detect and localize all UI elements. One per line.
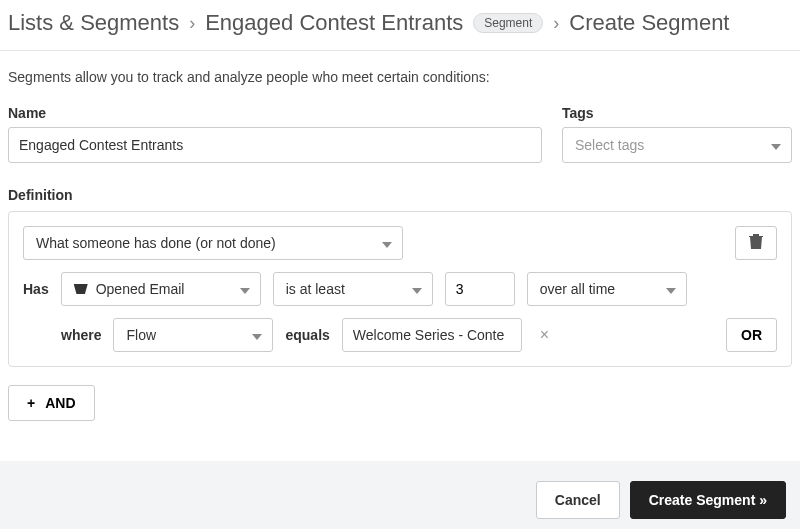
delete-condition-button[interactable] bbox=[735, 226, 777, 260]
footer-actions: Cancel Create Segment » bbox=[0, 461, 800, 529]
where-label: where bbox=[61, 327, 101, 343]
or-button[interactable]: OR bbox=[726, 318, 777, 352]
equals-label: equals bbox=[285, 327, 329, 343]
breadcrumb: Lists & Segments › Engaged Contest Entra… bbox=[0, 0, 800, 51]
comparator-select[interactable]: is at least bbox=[273, 272, 433, 306]
chevron-right-icon: › bbox=[189, 13, 195, 34]
filter-field-select[interactable]: Flow bbox=[113, 318, 273, 352]
timeframe-select[interactable]: over all time bbox=[527, 272, 687, 306]
chevron-down-icon bbox=[771, 137, 781, 153]
metric-icon bbox=[74, 284, 88, 294]
metric-select[interactable]: Opened Email bbox=[61, 272, 261, 306]
breadcrumb-root[interactable]: Lists & Segments bbox=[8, 10, 179, 36]
tags-select[interactable]: Select tags bbox=[562, 127, 792, 163]
trash-icon bbox=[749, 234, 763, 253]
tags-label: Tags bbox=[562, 105, 792, 121]
clear-filter-button[interactable]: × bbox=[534, 326, 555, 344]
and-button[interactable]: + AND bbox=[8, 385, 95, 421]
segment-type-badge: Segment bbox=[473, 13, 543, 33]
definition-group: What someone has done (or not done) Has … bbox=[8, 211, 792, 367]
create-segment-button[interactable]: Create Segment » bbox=[630, 481, 786, 519]
name-input[interactable] bbox=[8, 127, 542, 163]
chevron-down-icon bbox=[666, 281, 676, 297]
chevron-right-icon: › bbox=[553, 13, 559, 34]
plus-icon: + bbox=[27, 395, 35, 411]
chevron-down-icon bbox=[412, 281, 422, 297]
chevron-down-icon bbox=[382, 235, 392, 251]
filter-value-input[interactable] bbox=[342, 318, 522, 352]
tags-placeholder: Select tags bbox=[575, 137, 644, 153]
condition-type-select[interactable]: What someone has done (or not done) bbox=[23, 226, 403, 260]
has-label: Has bbox=[23, 281, 49, 297]
count-input[interactable] bbox=[445, 272, 515, 306]
cancel-button[interactable]: Cancel bbox=[536, 481, 620, 519]
definition-label: Definition bbox=[8, 187, 792, 203]
chevron-down-icon bbox=[240, 281, 250, 297]
chevron-down-icon bbox=[252, 327, 262, 343]
intro-text: Segments allow you to track and analyze … bbox=[0, 51, 800, 85]
breadcrumb-current: Create Segment bbox=[569, 10, 729, 36]
name-label: Name bbox=[8, 105, 542, 121]
breadcrumb-segment-name[interactable]: Engaged Contest Entrants bbox=[205, 10, 463, 36]
